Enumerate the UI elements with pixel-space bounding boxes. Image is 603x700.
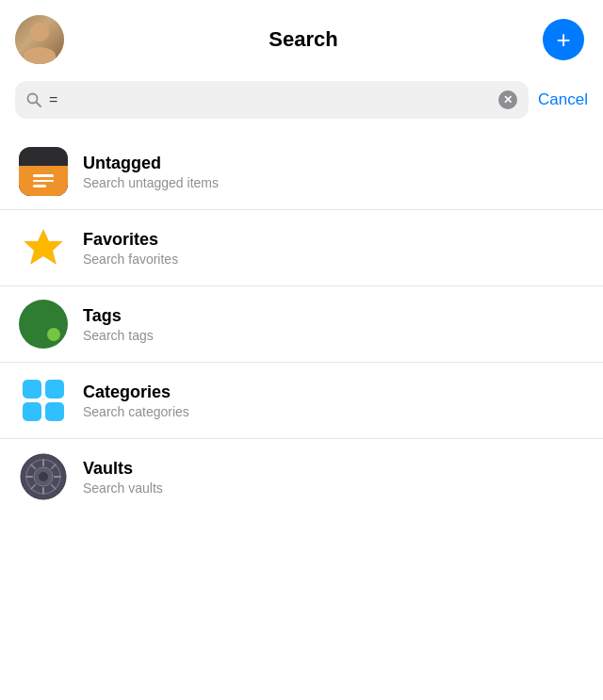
list-item[interactable]: Favorites Search favorites [0,210,603,286]
list-item[interactable]: Categories Search categories [0,363,603,439]
item-title: Tags [83,306,584,326]
page-title: Search [64,27,543,52]
untagged-icon [19,147,68,196]
list-item[interactable]: Tags Search tags [0,286,603,363]
vaults-icon [19,452,68,501]
avatar[interactable] [15,15,64,64]
clear-search-button[interactable]: ✕ [498,90,517,109]
item-text: Categories Search categories [83,383,584,419]
search-input[interactable] [49,91,491,108]
header: Search + [0,0,603,73]
item-title: Categories [83,383,584,402]
item-title: Vaults [83,459,584,479]
svg-point-6 [39,472,48,481]
search-input-wrapper: ✕ [15,81,529,119]
item-title: Favorites [83,230,584,250]
item-text: Tags Search tags [83,306,584,343]
svg-marker-2 [24,230,62,264]
cancel-button[interactable]: Cancel [538,87,588,113]
item-text: Vaults Search vaults [83,459,584,496]
item-title: Untagged [83,154,584,173]
item-subtitle: Search tags [83,328,584,343]
favorites-icon [19,223,68,272]
item-text: Favorites Search favorites [83,230,584,267]
list-item[interactable]: Vaults Search vaults [0,439,603,514]
search-list: Untagged Search untagged items Favorites… [0,134,603,514]
search-bar-row: ✕ Cancel [0,73,603,130]
tags-icon [19,300,68,349]
item-text: Untagged Search untagged items [83,154,584,190]
item-subtitle: Search categories [83,404,584,419]
list-item[interactable]: Untagged Search untagged items [0,134,603,210]
categories-icon [19,376,68,425]
svg-line-1 [37,103,41,107]
item-subtitle: Search untagged items [83,175,584,190]
search-icon [26,92,41,107]
item-subtitle: Search vaults [83,480,584,496]
item-subtitle: Search favorites [83,252,584,267]
add-button[interactable]: + [543,19,584,60]
